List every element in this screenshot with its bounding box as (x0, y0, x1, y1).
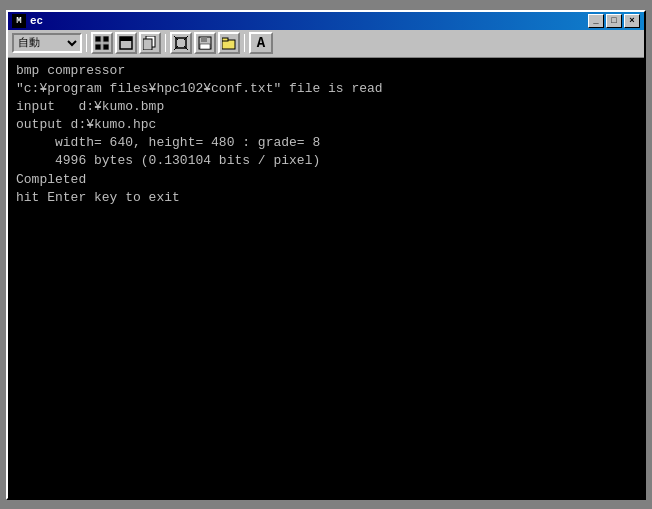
zoom-fit-icon (174, 36, 188, 50)
console-line-11: hit Enter key to exit (16, 189, 636, 207)
svg-rect-1 (103, 36, 109, 42)
svg-rect-17 (222, 38, 228, 41)
toolbar-btn-6[interactable] (218, 32, 240, 54)
maximize-button[interactable]: □ (606, 14, 622, 28)
main-window: M ec _ □ × 自動 (6, 10, 646, 500)
toolbar-btn-4[interactable] (170, 32, 192, 54)
toolbar-btn-1[interactable] (91, 32, 113, 54)
title-bar-left: M ec (12, 14, 43, 28)
copy-icon (143, 36, 157, 50)
toolbar-btn-5[interactable] (194, 32, 216, 54)
console-line-7: width= 640, height= 480 : grade= 8 (16, 134, 636, 152)
svg-rect-7 (143, 39, 152, 50)
toolbar-btn-2[interactable] (115, 32, 137, 54)
font-label: A (257, 35, 265, 51)
console-line-10: Completed (16, 171, 636, 189)
console-line-5: input d:¥kumo.bmp (16, 98, 636, 116)
minimize-button[interactable]: _ (588, 14, 604, 28)
title-buttons: _ □ × (588, 14, 640, 28)
toolbar-separator-2 (165, 34, 166, 52)
svg-rect-5 (120, 37, 132, 41)
save-icon (198, 36, 212, 50)
svg-rect-2 (95, 44, 101, 50)
console-line-3: "c:¥program files¥hpc102¥conf.txt" file … (16, 80, 636, 98)
console-line-6: output d:¥kumo.hpc (16, 116, 636, 134)
toolbar-btn-3[interactable] (139, 32, 161, 54)
window-icon-2 (119, 36, 133, 50)
close-button[interactable]: × (624, 14, 640, 28)
toolbar-btn-font[interactable]: A (249, 32, 273, 54)
console-line-8: 4996 bytes (0.130104 bits / pixel) (16, 152, 636, 170)
console-output: bmp compressor "c:¥program files¥hpc102¥… (8, 58, 644, 498)
title-bar: M ec _ □ × (8, 12, 644, 30)
svg-rect-0 (95, 36, 101, 42)
window-title: ec (30, 15, 43, 27)
window-icon: M (12, 14, 26, 28)
toolbar-separator-1 (86, 34, 87, 52)
svg-rect-3 (103, 44, 109, 50)
toolbar-separator-3 (244, 34, 245, 52)
font-select[interactable]: 自動 (12, 33, 82, 53)
svg-rect-14 (201, 37, 207, 42)
open-icon (222, 36, 236, 50)
toolbar: 自動 (8, 30, 644, 58)
svg-rect-15 (200, 44, 210, 49)
console-line-1: bmp compressor (16, 62, 636, 80)
grid-icon (95, 36, 109, 50)
